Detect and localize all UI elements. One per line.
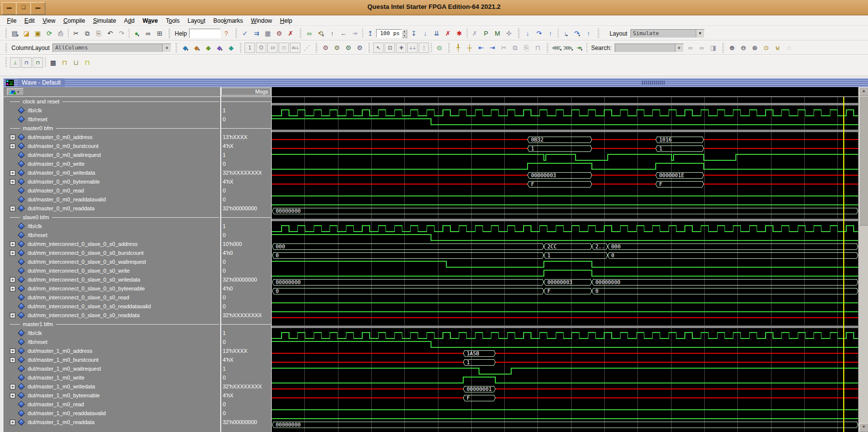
- zoom-cursor-icon[interactable]: ⊙: [761, 43, 772, 53]
- wave-cut-icon[interactable]: ✂: [498, 43, 509, 53]
- expand-button[interactable]: +: [10, 277, 15, 283]
- signal-row-dut-master-1-m0-waitrequest[interactable]: +dut/master_1_m0_waitrequest: [3, 364, 220, 373]
- layout-combo[interactable]: Simulate▼: [630, 29, 705, 38]
- menu-help[interactable]: Help: [276, 16, 296, 25]
- performance-profile-icon[interactable]: P: [481, 28, 491, 39]
- toolbar-grip[interactable]: [175, 43, 177, 53]
- signal-row-dut-master-0-m0-readdata[interactable]: +dut/master_0_m0_readdata: [3, 204, 220, 213]
- find-icon[interactable]: ∞: [143, 28, 153, 39]
- event-traverse-icon[interactable]: ↠▾: [574, 43, 584, 53]
- menu-file[interactable]: File: [3, 16, 20, 25]
- run-continue-icon[interactable]: ↓: [420, 28, 431, 39]
- expand-button[interactable]: +: [10, 250, 15, 256]
- toolbar-grip[interactable]: [4, 57, 7, 67]
- step-out-current-icon[interactable]: ↑: [583, 28, 594, 39]
- new-file-icon[interactable]: ▤▾: [10, 28, 20, 39]
- radix-hex-icon[interactable]: □: [279, 43, 289, 53]
- signal-row-dut-mm-interconnect-0-slave-0-s0-byteenable[interactable]: +dut/mm_interconnect_0_slave_0_s0_byteen…: [3, 284, 220, 293]
- expanded-time-deltas-icon[interactable]: ⊓: [21, 57, 32, 68]
- waveform-canvas[interactable]: 0B32101611000000030000001EFF000000000002…: [272, 97, 858, 432]
- radix-decimal-icon[interactable]: 10: [267, 43, 278, 53]
- toolbar-grip[interactable]: [4, 43, 7, 53]
- menu-wave[interactable]: Wave: [139, 16, 162, 25]
- signal-row-dut-master-1-m0-address[interactable]: +dut/master_1_m0_address: [3, 346, 220, 355]
- signal-row-dut-mm-interconnect-0-slave-0-s0-write[interactable]: +dut/mm_interconnect_0_slave_0_s0_write: [3, 266, 220, 275]
- signal-row-dut-master-1-m0-write[interactable]: +dut/master_1_m0_write: [3, 373, 220, 382]
- signal-row-dut-master-0-m0-address[interactable]: +dut/master_0_m0_address: [3, 133, 220, 142]
- menu-layout[interactable]: Layout: [184, 16, 209, 25]
- column-splitter-names[interactable]: [220, 87, 221, 432]
- search-reverse-icon[interactable]: ∞: [685, 43, 696, 53]
- expand-button[interactable]: +: [10, 206, 15, 211]
- signal-row-dut-master-1-m0-byteenable[interactable]: +dut/master_1_m0_byteenable: [3, 391, 220, 400]
- radix-ascii-icon[interactable]: ALL: [290, 43, 300, 53]
- step-into-icon[interactable]: ↓: [523, 28, 533, 39]
- wave-paste-icon[interactable]: ⎘: [521, 43, 531, 53]
- environment-back-icon[interactable]: ←: [338, 28, 349, 39]
- run-length-field[interactable]: 100 ps: [376, 29, 402, 38]
- expand-time-range-icon[interactable]: ⊔: [71, 57, 81, 68]
- scrollbar-thumb[interactable]: [859, 96, 868, 226]
- simulate-icon[interactable]: ⚙: [274, 28, 285, 39]
- waveform-area[interactable]: 0B32101611000000030000001EFF000000000002…: [272, 87, 858, 432]
- kill-icon[interactable]: ✗: [470, 28, 480, 39]
- next-event-icon[interactable]: ⋙▾: [563, 43, 573, 53]
- print-icon[interactable]: ⎙: [55, 28, 66, 39]
- stop-wave-drawing-icon[interactable]: ⊙: [434, 43, 444, 53]
- expand-button[interactable]: +: [10, 179, 15, 185]
- help-input[interactable]: [189, 29, 221, 38]
- signal-row-dut-master-1-m0-burstcount[interactable]: +dut/master_1_m0_burstcount: [3, 355, 220, 364]
- menu-view[interactable]: View: [39, 16, 59, 25]
- toolbar-grip[interactable]: [299, 29, 301, 39]
- toolbar-grip[interactable]: [722, 43, 724, 53]
- pan-mode-icon[interactable]: ✚: [396, 43, 406, 53]
- search-forward-icon[interactable]: ∞: [697, 43, 707, 53]
- toolbar-grip[interactable]: [546, 43, 548, 53]
- environment-up-icon[interactable]: ↑: [327, 28, 338, 39]
- previous-event-icon[interactable]: ⋘▾: [551, 43, 562, 53]
- add-to-watch-icon[interactable]: ◆: [226, 43, 236, 53]
- step-over-current-icon[interactable]: ↷▾: [572, 28, 582, 39]
- toolbar-grip[interactable]: [168, 29, 170, 39]
- columnlayout-combo[interactable]: AllColumns»: [52, 44, 171, 52]
- cut-icon[interactable]: ✂: [71, 28, 81, 39]
- reload-icon[interactable]: ⟳: [44, 28, 54, 39]
- stop-icon[interactable]: ✱: [454, 28, 465, 39]
- open-folder-icon[interactable]: ◪: [21, 28, 32, 39]
- expanded-time-off-icon[interactable]: ⊥: [10, 57, 20, 68]
- menu-tools[interactable]: Tools: [162, 16, 184, 25]
- signal-row-dut-master-0-m0-waitrequest[interactable]: +dut/master_0_m0_waitrequest: [3, 150, 220, 159]
- compile-all-icon[interactable]: ⇉: [251, 28, 262, 39]
- zoom-box-mode-icon[interactable]: ⊡: [385, 43, 395, 53]
- zoom-in-icon[interactable]: ⊕: [727, 43, 737, 53]
- menu-edit[interactable]: Edit: [20, 16, 39, 25]
- step-over-icon[interactable]: ↷: [534, 28, 544, 39]
- signal-row-dut-master-1-m0-writedata[interactable]: +dut/master_1_m0_writedata: [3, 382, 220, 391]
- columnlayout-combo-dropdown[interactable]: »: [162, 44, 171, 52]
- window-titlebar[interactable]: ▬ ❏ ▬ Questa Intel Starter FPGA Edition-…: [0, 0, 868, 15]
- toolbar-grip[interactable]: [239, 43, 241, 53]
- end-simulation-icon[interactable]: ✗: [286, 28, 296, 39]
- signal-row-dut-master-0-m0-read[interactable]: +dut/master_0_m0_read: [3, 186, 220, 195]
- signal-row-dut-master-0-m0-burstcount[interactable]: +dut/master_0_m0_burstcount: [3, 142, 220, 150]
- msgs-column-header[interactable]: Msgs: [221, 88, 271, 96]
- signal-row-dut-mm-interconnect-0-slave-0-s0-burstcount[interactable]: +dut/mm_interconnect_0_slave_0_s0_burstc…: [3, 248, 220, 257]
- compare-options-icon[interactable]: ⚙: [332, 43, 342, 53]
- signal-row-dut-mm-interconnect-0-slave-0-s0-readdata[interactable]: +dut/mm_interconnect_0_slave_0_s0_readda…: [3, 311, 220, 320]
- signal-row-dut-mm-interconnect-0-slave-0-s0-address[interactable]: +dut/mm_interconnect_0_slave_0_s0_addres…: [3, 240, 220, 248]
- run-icon[interactable]: ↧: [409, 28, 419, 39]
- signal-row-dut-mm-interconnect-0-slave-0-s0-read[interactable]: +dut/mm_interconnect_0_slave_0_s0_read: [3, 293, 220, 302]
- environment-forward-icon[interactable]: ↠: [350, 28, 360, 39]
- expand-button[interactable]: +: [10, 135, 15, 140]
- run-length-mode-icon[interactable]: ↥: [365, 28, 376, 39]
- pause-hand-icon[interactable]: ✜: [504, 28, 514, 39]
- step-into-current-icon[interactable]: ↓▾: [561, 28, 571, 39]
- memory-profile-icon[interactable]: M: [492, 28, 503, 39]
- signal-row--tb-reset[interactable]: +/tb/reset: [3, 231, 220, 240]
- menu-simulate[interactable]: Simulate: [89, 16, 120, 25]
- redo-icon[interactable]: ↷: [116, 28, 127, 39]
- zoom-out-icon[interactable]: ⊖: [738, 43, 749, 53]
- zoom-range-icon[interactable]: ⊎: [772, 43, 783, 53]
- wave-copy-icon[interactable]: ⧉: [510, 43, 520, 53]
- signal-row-dut-master-0-m0-writedata[interactable]: +dut/master_0_m0_writedata: [3, 168, 220, 177]
